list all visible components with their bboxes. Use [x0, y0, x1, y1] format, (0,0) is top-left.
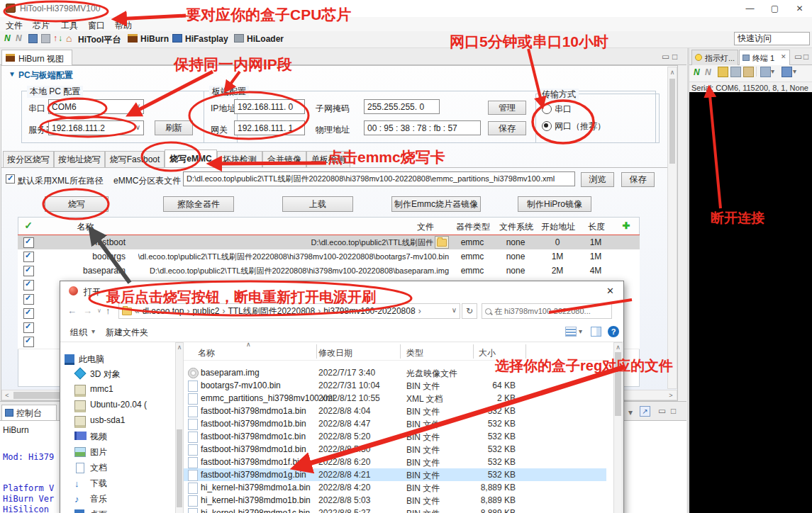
browse-button[interactable]: 浏览	[581, 172, 614, 187]
console-menu-caret-icon[interactable]: ▾	[628, 407, 633, 417]
close-button[interactable]: ✕	[787, 0, 812, 17]
launcher-hiloader[interactable]: HiLoader	[247, 34, 284, 44]
disconnect-icon[interactable]: N	[16, 33, 22, 43]
launcher-hifastplay[interactable]: HiFastplay	[185, 34, 228, 44]
row-checkbox[interactable]	[23, 322, 34, 333]
panel-maximize-icon[interactable]: □	[803, 52, 808, 62]
section-collapse-icon[interactable]: ▼	[9, 70, 16, 78]
tab-address-burn[interactable]: 按地址烧写	[54, 151, 105, 167]
serial-port-combo[interactable]: COM6 ∨	[48, 99, 144, 114]
col-name[interactable]: 名称	[35, 221, 135, 233]
table-row[interactable]: bootargs D:\dl.ecoo.top\public2\TTL线刷固件2…	[18, 249, 640, 264]
quick-access-input[interactable]: 快速访问	[734, 32, 810, 45]
mac-input[interactable]: 00 : 95 : 38 : 78 : fb : 57	[364, 120, 481, 135]
sidebar-scrollbar[interactable]: ∧	[175, 342, 184, 513]
board-config-icon[interactable]	[28, 34, 38, 43]
add-row-icon[interactable]: ✚	[616, 220, 637, 231]
xml-save-button[interactable]: 保存	[621, 172, 655, 187]
tab-fastboot-burn[interactable]: 烧写Fastboot	[105, 151, 165, 167]
tab-badblock-check[interactable]: 坏块检测	[217, 151, 262, 167]
row-file-cell[interactable]: D:\dl.ecoo.top\public2\TTL线刷固件20220808\h…	[138, 249, 449, 264]
upload-button[interactable]: 上载	[282, 196, 353, 212]
help-icon[interactable]: ?	[608, 326, 619, 337]
file-col-name[interactable]: 名称	[198, 347, 215, 359]
breadcrumb-item[interactable]: public2	[192, 306, 219, 316]
col-file[interactable]: 文件	[401, 221, 450, 233]
file-col-size[interactable]: 大小	[479, 347, 496, 359]
menu-tools[interactable]: 工具	[61, 20, 78, 32]
terminal-columns-icon[interactable]	[730, 67, 741, 77]
transfer-up-icon[interactable]: ↑	[53, 33, 57, 43]
file-row[interactable]: hi_kernel-hi3798mdmo1b.bin 2022/8/8 5:03…	[184, 494, 606, 507]
chevron-down-icon[interactable]: ∨	[135, 102, 140, 110]
crumb-separator-icon[interactable]: ›	[318, 306, 321, 316]
row-checkbox[interactable]	[23, 308, 34, 319]
row-checkbox[interactable]	[23, 252, 34, 262]
nav-back-icon[interactable]: ←	[67, 305, 77, 316]
tab-emmc-burn[interactable]: 烧写eMMC	[165, 150, 217, 167]
col-length[interactable]: 长度	[579, 221, 614, 233]
crumb-separator-icon[interactable]: ›	[222, 306, 225, 316]
col-fs[interactable]: 文件系统	[495, 221, 538, 233]
file-col-date[interactable]: 修改日期	[318, 347, 352, 359]
menu-help[interactable]: 帮助	[115, 20, 132, 32]
dialog-close-icon[interactable]: ✕	[606, 286, 614, 296]
use-xml-checkbox[interactable]	[6, 174, 15, 184]
file-browse-button[interactable]	[435, 236, 449, 249]
server-ip-combo[interactable]: 192.168.111.2 ∨	[48, 120, 144, 135]
file-row[interactable]: fastboot-hi3798mdmo1d.bin 2022/8/8 5:50 …	[184, 443, 606, 456]
terminal-tab-close-icon[interactable]: ✕	[781, 53, 786, 60]
network-radio-label[interactable]: 网口（推荐）	[555, 120, 606, 133]
terminal-disconnect-icon[interactable]: N	[705, 67, 711, 77]
breadcrumb-item[interactable]: TTL线刷固件20220808	[228, 305, 315, 317]
netmask-input[interactable]: 255.255.255. 0	[364, 99, 440, 114]
row-checkbox[interactable]	[23, 280, 34, 291]
file-row[interactable]: fastboot-hi3798mdmo1a.bin 2022/8/8 4:04 …	[184, 405, 606, 417]
scroll-up-icon[interactable]: ∧	[614, 343, 622, 351]
organize-button[interactable]: 组织	[70, 327, 87, 339]
breadcrumb-item[interactable]: hi3798mv100-20220808	[323, 306, 415, 316]
scroll-left-icon[interactable]: <	[2, 390, 12, 400]
chevron-down-icon[interactable]: ∨	[135, 123, 140, 131]
view-maximize-icon[interactable]: □	[672, 52, 677, 62]
file-row[interactable]: hi_kernel-hi3798mdmo1a.bin 2022/8/8 4:20…	[184, 481, 606, 494]
row-checkbox[interactable]	[23, 237, 34, 248]
new-terminal-caret-icon[interactable]: ▾	[793, 67, 796, 75]
serial-radio[interactable]	[542, 104, 552, 114]
breadcrumb-item[interactable]: dl.ecoo.top	[143, 306, 184, 316]
maximize-button[interactable]: ▢	[762, 0, 787, 17]
col-start[interactable]: 开始地址	[539, 221, 577, 233]
new-terminal-icon[interactable]	[782, 67, 792, 77]
minimize-button[interactable]: —	[738, 0, 762, 17]
serial-radio-label[interactable]: 串口	[555, 103, 572, 115]
nav-up-icon[interactable]: ↑	[106, 305, 111, 316]
terminal-properties-icon[interactable]	[718, 67, 728, 77]
file-row[interactable]: emmc_partitions_hi3798mv100.xml 2022/8/1…	[184, 392, 606, 405]
file-row[interactable]: hi_kernel-hi3798mdmo1c.bin 2022/8/8 5:27…	[184, 507, 606, 513]
file-row[interactable]: fastboot-hi3798mdmo1c.bin 2022/8/8 5:20 …	[184, 430, 606, 443]
scroll-right-icon[interactable]: >	[666, 390, 676, 400]
refresh-button[interactable]: ↻	[462, 303, 477, 319]
tab-terminal-1[interactable]: 终端 1 ✕	[739, 50, 790, 65]
scrollbar-thumb[interactable]	[177, 429, 182, 507]
transfer-down-icon[interactable]: ↓	[58, 33, 62, 43]
terminal-remote-icon[interactable]	[760, 67, 771, 77]
crumb-separator-icon[interactable]: ›	[418, 306, 421, 316]
row-checkbox[interactable]	[23, 337, 34, 347]
hiburn-view-tab[interactable]: HiBurn 视图	[1, 50, 72, 66]
search-input[interactable]: 在 hi3798mv100-2022080...	[482, 303, 612, 319]
remote-caret-icon[interactable]: ▾	[771, 67, 774, 75]
refresh-button[interactable]: 刷新	[155, 120, 193, 135]
view-mode-caret-icon[interactable]: ▾	[579, 327, 582, 335]
pc-config-icon[interactable]	[41, 34, 50, 43]
preview-pane-icon[interactable]	[591, 327, 601, 337]
connect-icon[interactable]: N	[4, 33, 11, 43]
console-export-icon[interactable]: ↗	[640, 406, 650, 417]
board-save-button[interactable]: 保存	[488, 121, 526, 135]
launcher-hiburn[interactable]: HiBurn	[140, 34, 169, 44]
make-emmc-image-button[interactable]: 制作Emmc烧片器镜像	[391, 196, 481, 212]
scroll-up-icon[interactable]: ∧	[176, 343, 183, 351]
menu-chip[interactable]: 芯片	[33, 20, 50, 32]
file-row[interactable]: bootargs7-mv100.bin 2022/7/31 10:04 BIN …	[184, 379, 606, 392]
tab-partition-burn[interactable]: 按分区烧写	[3, 151, 54, 167]
